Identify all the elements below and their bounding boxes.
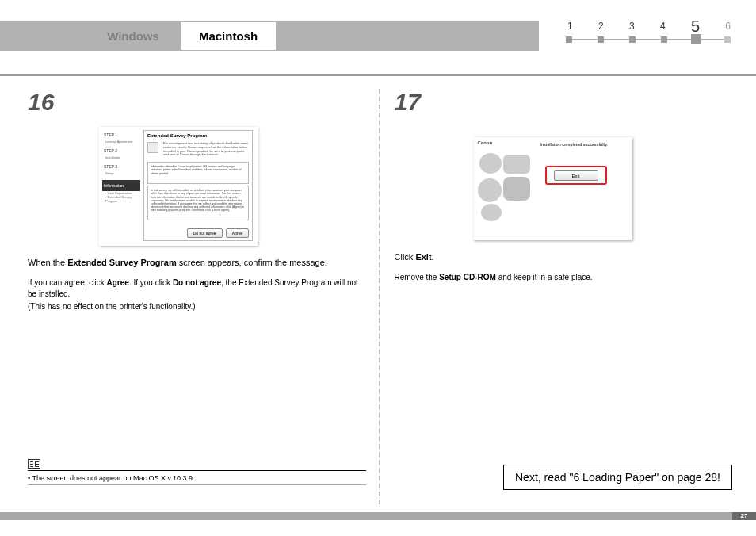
book-icon xyxy=(28,459,40,469)
exit-button: Exit xyxy=(554,170,598,181)
page-number: 27 xyxy=(732,512,756,520)
progress-step-1: 1 xyxy=(567,21,573,32)
note-block: • The screen does not appear on Mac OS X… xyxy=(28,459,366,485)
step-17-column: 17 Canon Installation completed successf… xyxy=(380,89,733,504)
progress-step-5-current: 5 xyxy=(691,21,700,32)
progress-indicator: 1 2 3 4 5 6 xyxy=(566,21,732,44)
step-16-instruction: When the Extended Survey Program screen … xyxy=(28,257,366,270)
step-16-detail-1: If you can agree, click Agree. If you cl… xyxy=(28,278,366,300)
step-17-detail: Remove the Setup CD-ROM and keep it in a… xyxy=(395,272,733,283)
tab-windows: Windows xyxy=(86,22,181,50)
step-number-17: 17 xyxy=(395,89,733,116)
step-17-instruction: Click Exit. xyxy=(395,251,733,264)
note-text: • The screen does not appear on Mac OS X… xyxy=(28,471,366,485)
canon-brand: Canon xyxy=(478,140,493,145)
footer-bar xyxy=(0,512,756,520)
header-rule xyxy=(0,74,756,76)
progress-step-2: 2 xyxy=(598,21,604,32)
install-complete-msg: Installation completed successfully. xyxy=(540,142,608,147)
progress-step-4: 4 xyxy=(660,21,666,32)
step-16-column: 16 STEP 1 License Agreement STEP 2 Insta… xyxy=(28,89,380,504)
extended-survey-screenshot: STEP 1 License Agreement STEP 2 Installa… xyxy=(99,127,258,246)
do-not-agree-button: Do not agree xyxy=(187,228,223,238)
install-complete-screenshot: Canon Installation completed successfull… xyxy=(474,137,632,240)
tab-macintosh: Macintosh xyxy=(181,22,276,50)
step-number-16: 16 xyxy=(28,89,366,116)
exit-button-highlight: Exit xyxy=(545,166,607,185)
step-16-detail-2: (This has no effect on the printer's fun… xyxy=(28,301,366,312)
agree-button: Agree xyxy=(226,228,249,238)
progress-step-3: 3 xyxy=(629,21,635,32)
progress-step-6: 6 xyxy=(725,21,731,32)
os-tabs: Windows Macintosh xyxy=(86,22,276,50)
dialog-title: Extended Survey Program xyxy=(144,131,252,140)
next-step-box: Next, read "6 Loading Paper" on page 28! xyxy=(503,465,732,490)
